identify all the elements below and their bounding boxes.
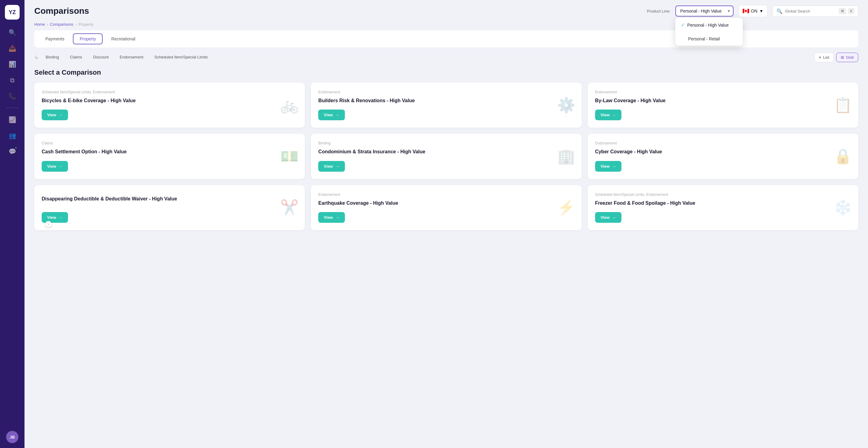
breadcrumb-sep-2: › [75,22,76,27]
card-title: Cyber Coverage - High Value [595,148,851,155]
view-button-card-7[interactable]: View → [42,212,68,223]
card-icon: ❄️ [834,199,852,216]
card-icon: 💵 [280,148,299,165]
view-button-card-5[interactable]: View → [318,161,345,172]
card-icon: ⚙️ [557,97,576,114]
view-button-card-2[interactable]: View → [318,109,345,120]
breadcrumb-home[interactable]: Home [34,22,45,27]
user-avatar[interactable]: JB [6,431,19,443]
comparison-card-card-9: Scheduled Item/Special Limits, Endorseme… [588,185,858,230]
arrow-icon: → [335,113,339,117]
card-icon: 🏢 [557,148,576,165]
grid-icon: ⊞ [841,55,844,60]
product-line-label: Product Line: [647,9,671,13]
grid-view-button[interactable]: ⊞ Grid [836,53,858,62]
card-title: Freezer Food & Food Spoilage - High Valu… [595,200,851,207]
dropdown-option-personal-retail[interactable]: Personal - Retail [675,32,743,45]
check-icon: ✓ [681,22,685,28]
breadcrumb-sep-1: › [47,22,48,27]
comparison-card-card-2: Endorsement Builders Risk & Renovations … [311,82,581,128]
bar-chart-icon[interactable]: 📈 [5,113,19,126]
sidebar-collapse-button[interactable]: › [45,221,52,227]
product-line-select[interactable]: Personal - High Value Personal - Retail [675,5,734,16]
phone-icon[interactable]: 📞 [5,89,19,103]
card-title: Builders Risk & Renovations - High Value [318,97,574,104]
product-line-selector[interactable]: Personal - High Value Personal - Retail … [675,5,734,16]
top-bar: Comparisons Product Line: Personal - Hig… [25,0,868,22]
sub-tab-scheduled[interactable]: Scheduled Item/Special Limits [150,52,213,62]
layers-icon[interactable]: ⧉ [5,73,19,87]
main-content: Comparisons Product Line: Personal - Hig… [25,0,868,448]
sub-tab-arrow-icon: ↳ [34,55,38,60]
sidebar: YZ 🔍 📥 📊 ⧉ 📞 📈 👥 💬 JB [0,0,25,448]
comparison-card-card-7: Disappearing Deductible & Deductible Wai… [34,185,305,230]
arrow-icon: → [59,164,62,169]
top-bar-right: Product Line: Personal - High Value Pers… [647,5,858,17]
sub-tab-discount[interactable]: Discount [88,52,114,62]
dropdown-option-personal-high-value[interactable]: ✓ Personal - High Value [675,18,743,32]
card-icon: ✂️ [280,199,299,216]
content-area: Payments Property Recreational ↳ Binding… [25,30,868,448]
tab-payments[interactable]: Payments [39,34,70,44]
comparison-card-card-6: Endorsement Cyber Coverage - High Value … [588,134,858,179]
breadcrumb-current: Property [79,22,93,27]
view-button-card-1[interactable]: View → [42,109,68,120]
card-title: Disappearing Deductible & Deductible Wai… [42,196,298,207]
arrow-icon: → [612,164,616,169]
comparison-card-card-4: Claims Cash Settlement Option - High Val… [34,134,305,179]
arrow-icon: → [59,215,62,220]
region-chevron-icon: ▼ [759,8,764,13]
view-button-card-3[interactable]: View → [595,109,621,120]
view-button-card-9[interactable]: View → [595,212,621,223]
view-toggle: ≡ List ⊞ Grid [814,53,858,62]
region-label: ON [751,8,757,13]
view-button-card-8[interactable]: View → [318,212,345,223]
sidebar-divider [6,108,19,108]
card-category: Endorsement [595,141,851,145]
comparison-card-card-8: Endorsement Earthquake Coverage - High V… [311,185,581,230]
breadcrumb-comparisons[interactable]: Comparisons [50,22,73,27]
flag-icon: 🇨🇦 [742,8,749,14]
keyboard-shortcut-k: K [848,8,854,14]
comparison-card-card-5: Binding Condominium & Strata Insurance -… [311,134,581,179]
view-button-card-4[interactable]: View → [42,161,68,172]
view-button-card-6[interactable]: View → [595,161,621,172]
card-title: Condominium & Strata Insurance - High Va… [318,148,574,155]
sub-tab-endorsement[interactable]: Endorsement [115,52,148,62]
chart-icon[interactable]: 📊 [5,58,19,71]
tab-recreational[interactable]: Recreational [105,34,142,44]
inbox-icon[interactable]: 📥 [5,42,19,55]
sidebar-logo[interactable]: YZ [5,5,20,20]
tab-property[interactable]: Property [73,33,103,44]
card-title: Earthquake Coverage - High Value [318,200,574,207]
search-input[interactable] [785,9,836,13]
arrow-icon: → [335,164,339,169]
arrow-icon: → [59,113,62,117]
card-category: Scheduled Item/Special Limits, Endorseme… [42,90,298,94]
section-title: Select a Comparison [34,69,858,76]
card-title: Cash Settlement Option - High Value [42,148,298,155]
region-button[interactable]: 🇨🇦 ON ▼ [739,5,768,17]
card-category: Scheduled Item/Special Limits, Endorseme… [595,193,851,197]
card-category: Binding [318,141,574,145]
sub-tab-claims[interactable]: Claims [65,52,87,62]
card-title: Bicycles & E-bike Coverage - High Value [42,97,298,104]
card-category: Endorsement [318,193,574,197]
card-icon: 📋 [834,97,852,114]
chat-icon[interactable]: 💬 [5,145,19,158]
sub-tabs-left: ↳ Binding Claims Discount Endorsement Sc… [34,52,213,62]
card-category: Endorsement [318,90,574,94]
users-icon[interactable]: 👥 [5,129,19,142]
page-title: Comparisons [34,6,89,16]
sub-tab-binding[interactable]: Binding [41,52,64,62]
global-search-bar[interactable]: 🔍 ⌘ K [772,5,858,17]
arrow-icon: → [335,215,339,220]
card-icon: 🔒 [834,148,852,165]
card-icon: ⚡ [557,199,576,216]
arrow-icon: → [612,215,616,220]
list-view-button[interactable]: ≡ List [814,53,834,62]
search-icon[interactable]: 🔍 [5,26,19,39]
comparison-grid: Scheduled Item/Special Limits, Endorseme… [34,82,858,230]
search-icon: 🔍 [776,8,782,14]
keyboard-shortcut: ⌘ [839,8,846,14]
